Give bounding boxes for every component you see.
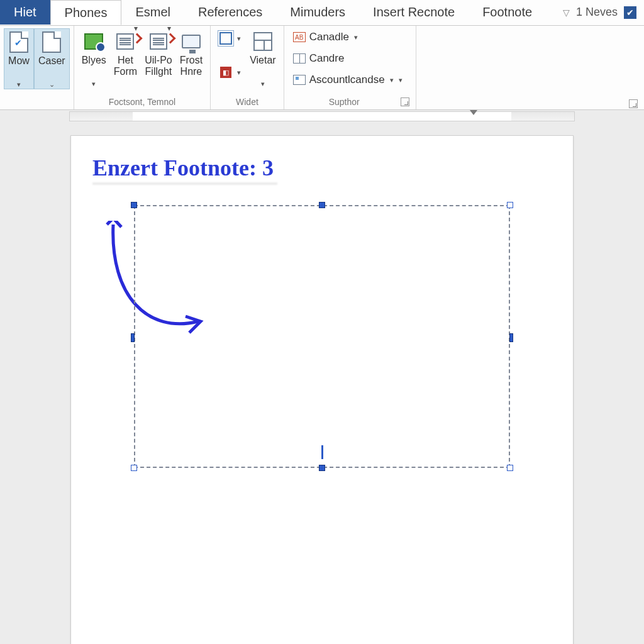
vietar-label: Vietar — [250, 55, 276, 66]
tab-extra-label: 1 Neves — [576, 6, 618, 19]
ascountlcandse-item[interactable]: Ascountlcandse ▾ ▾ — [291, 72, 405, 87]
tab-references[interactable]: References — [184, 0, 276, 25]
hnre-label: Hnre — [180, 66, 203, 77]
tab-extra: ▽ 1 Neves ✔ — [563, 0, 644, 25]
uilpo-label: Uil-Po — [145, 55, 172, 66]
chevron-down-icon[interactable]: ▾ — [92, 80, 96, 88]
tab-insert-recnote[interactable]: Insert Recnote — [359, 0, 469, 25]
chevron-down-icon[interactable]: ⌄ — [49, 80, 55, 89]
group-label: Widet — [214, 96, 280, 108]
candre-label: Candre — [309, 52, 345, 65]
selection-rectangle[interactable] — [134, 205, 510, 468]
mow-label: Mow — [8, 55, 30, 67]
monitor-icon — [180, 31, 202, 52]
blyes-button[interactable]: Blyes ▾ — [78, 28, 110, 88]
ab-icon: AB — [293, 31, 306, 43]
indent-marker-icon[interactable] — [470, 110, 477, 115]
red-square-icon: ◧ — [219, 66, 232, 79]
frost-label: Frost — [180, 55, 203, 66]
resize-handle-se[interactable] — [507, 465, 513, 471]
canadle-label: Canadle — [309, 31, 349, 43]
dialog-launcher-icon[interactable] — [401, 97, 409, 106]
selection-border — [134, 205, 510, 468]
resize-handle-w[interactable] — [131, 333, 135, 342]
chevron-down-icon[interactable]: ▾ — [390, 76, 394, 84]
candre-item[interactable]: Candre — [291, 51, 405, 66]
canadle-item[interactable]: AB Canadle ▾ — [291, 30, 405, 45]
workspace: Enzert Footnote: 3 — [0, 110, 644, 644]
chevron-down-icon[interactable]: ▾ — [399, 76, 402, 84]
pane-icon — [252, 31, 274, 52]
resize-handle-s[interactable] — [319, 465, 325, 471]
collapse-chevron-icon[interactable]: ▽ — [563, 8, 570, 18]
het-label: Het — [114, 55, 137, 66]
chevron-down-icon[interactable]: ▾ — [237, 69, 241, 77]
document-check-icon — [8, 31, 30, 53]
columns-icon — [293, 52, 306, 65]
checkmark-icon[interactable]: ✔ — [624, 6, 636, 19]
resize-handle-sw[interactable] — [131, 465, 137, 471]
mow-button[interactable]: Mow ▾ — [4, 28, 34, 89]
tab-esmel[interactable]: Esmel — [121, 0, 184, 25]
chevron-down-icon[interactable]: ▾ — [354, 33, 358, 42]
ascountlcandse-label: Ascountlcandse — [309, 74, 385, 86]
tab-file[interactable]: Hiet — [0, 0, 50, 25]
blyes-label: Blyes — [82, 55, 106, 66]
red-tool[interactable]: ◧▾ — [217, 65, 243, 80]
caser-label: Caser — [38, 55, 65, 67]
chevron-down-icon[interactable]: ▾ — [134, 25, 138, 33]
fillght-label: Fillght — [145, 66, 172, 77]
document-page[interactable]: Enzert Footnote: 3 — [70, 135, 574, 644]
tab-footnote[interactable]: Footnote — [469, 0, 546, 25]
form-label: Form — [114, 66, 137, 77]
chevron-down-icon[interactable]: ▾ — [237, 35, 241, 43]
resize-handle-e[interactable] — [509, 333, 513, 342]
horizontal-ruler[interactable] — [69, 111, 575, 121]
chevron-down-icon[interactable]: ▾ — [17, 80, 21, 89]
text-cursor — [321, 445, 323, 459]
caser-button[interactable]: Caser ⌄ — [34, 28, 70, 89]
frame-icon — [219, 32, 232, 45]
column-point-icon — [293, 74, 306, 86]
resize-handle-ne[interactable] — [507, 202, 513, 208]
ribbon: Mow ▾ Caser ⌄ Blyes ▾ ▾ HetForm — [0, 25, 644, 110]
chevron-down-icon[interactable]: ▾ — [167, 25, 171, 33]
group-label: Foctsont, Temnol — [78, 96, 206, 108]
document-icon — [41, 31, 62, 53]
green-badge-icon — [83, 31, 104, 52]
chevron-down-icon[interactable]: ▾ — [261, 80, 265, 88]
tab-mimuders[interactable]: Mimuders — [276, 0, 359, 25]
group-label — [4, 106, 70, 108]
dialog-launcher-icon[interactable] — [629, 99, 638, 108]
lines-arrow-icon — [148, 31, 169, 52]
tab-phones[interactable]: Phones — [50, 0, 122, 25]
lines-arrow-icon — [114, 31, 136, 52]
group-label: Supthor — [288, 96, 401, 108]
page-heading: Enzert Footnote: 3 — [92, 155, 274, 181]
resize-handle-n[interactable] — [319, 202, 325, 208]
uilpo-button[interactable]: ▾ Uil-PoFillght — [141, 28, 176, 79]
frame-tool[interactable]: ▾ — [217, 31, 243, 46]
frost-button[interactable]: FrostHnre — [176, 28, 206, 79]
het-form-button[interactable]: ▾ HetForm — [110, 28, 141, 79]
tab-strip: Hiet Phones Esmel References Mimuders In… — [0, 0, 644, 25]
resize-handle-nw[interactable] — [131, 202, 137, 208]
vietar-button[interactable]: Vietar ▾ — [246, 28, 280, 88]
